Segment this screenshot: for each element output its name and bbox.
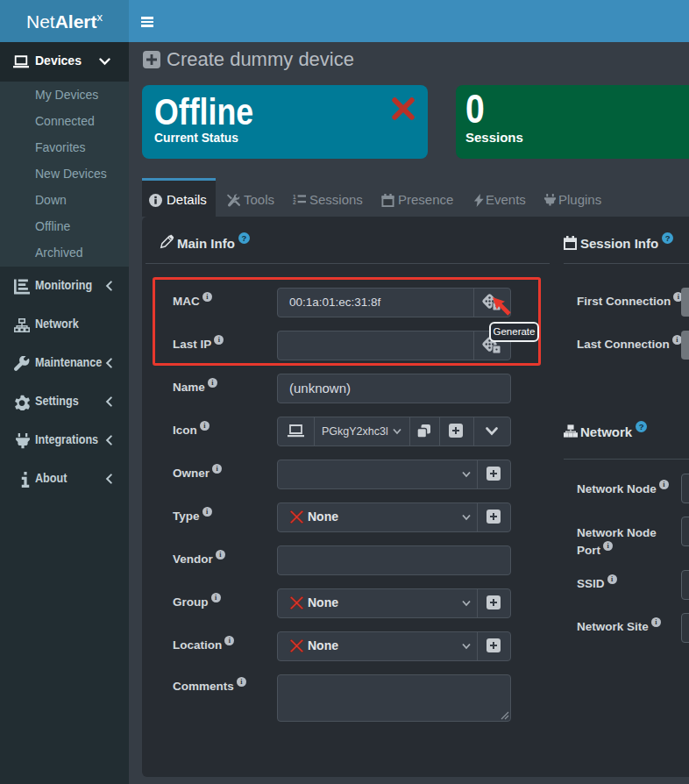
svg-text:2: 2 [293, 199, 296, 205]
